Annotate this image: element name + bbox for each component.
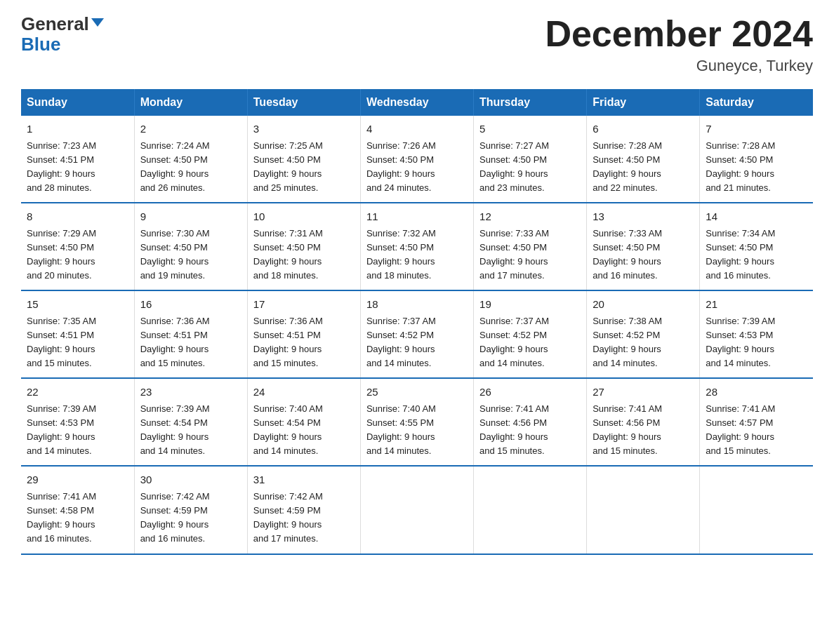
day-number: 1 [27,121,128,137]
calendar-day-cell [474,466,587,554]
calendar-day-cell: 26Sunrise: 7:41 AMSunset: 4:56 PMDayligh… [474,378,587,466]
day-number: 11 [366,209,468,225]
day-info: Sunrise: 7:31 AMSunset: 4:50 PMDaylight:… [253,228,323,281]
day-number: 3 [253,121,355,137]
calendar-day-cell: 25Sunrise: 7:40 AMSunset: 4:55 PMDayligh… [360,378,473,466]
day-number: 5 [479,121,581,137]
calendar-day-cell: 13Sunrise: 7:33 AMSunset: 4:50 PMDayligh… [587,203,700,290]
calendar-week-row: 8Sunrise: 7:29 AMSunset: 4:50 PMDaylight… [21,203,813,290]
calendar-day-cell: 1Sunrise: 7:23 AMSunset: 4:51 PMDaylight… [21,116,134,203]
day-number: 18 [366,297,468,313]
logo-general: General [21,14,104,34]
day-info: Sunrise: 7:41 AMSunset: 4:56 PMDaylight:… [479,403,549,456]
day-info: Sunrise: 7:39 AMSunset: 4:53 PMDaylight:… [27,403,96,456]
day-info: Sunrise: 7:23 AMSunset: 4:51 PMDaylight:… [27,140,96,193]
calendar-week-row: 29Sunrise: 7:41 AMSunset: 4:58 PMDayligh… [21,466,813,554]
calendar-table: Sunday Monday Tuesday Wednesday Thursday… [21,89,813,554]
calendar-day-cell: 9Sunrise: 7:30 AMSunset: 4:50 PMDaylight… [134,203,247,290]
day-info: Sunrise: 7:40 AMSunset: 4:55 PMDaylight:… [366,403,436,456]
day-number: 19 [479,297,581,313]
day-info: Sunrise: 7:24 AMSunset: 4:50 PMDaylight:… [140,140,210,193]
day-info: Sunrise: 7:41 AMSunset: 4:56 PMDaylight:… [593,403,662,456]
day-info: Sunrise: 7:33 AMSunset: 4:50 PMDaylight:… [593,228,662,281]
calendar-day-cell: 3Sunrise: 7:25 AMSunset: 4:50 PMDaylight… [247,116,360,203]
day-number: 22 [27,384,128,401]
calendar-day-cell: 23Sunrise: 7:39 AMSunset: 4:54 PMDayligh… [134,378,247,466]
day-number: 28 [706,384,807,401]
day-info: Sunrise: 7:32 AMSunset: 4:50 PMDaylight:… [366,228,436,281]
col-thursday: Thursday [474,89,587,116]
day-number: 30 [140,472,241,488]
day-number: 16 [140,297,241,313]
day-number: 2 [140,121,241,137]
title-area: December 2024 Guneyce, Turkey [545,14,813,75]
day-number: 17 [253,297,355,313]
day-number: 23 [140,384,241,401]
day-info: Sunrise: 7:29 AMSunset: 4:50 PMDaylight:… [27,228,96,281]
day-number: 27 [593,384,694,401]
day-number: 10 [253,209,355,225]
calendar-day-cell: 21Sunrise: 7:39 AMSunset: 4:53 PMDayligh… [700,290,813,378]
day-info: Sunrise: 7:36 AMSunset: 4:51 PMDaylight:… [140,316,210,368]
calendar-day-cell: 2Sunrise: 7:24 AMSunset: 4:50 PMDaylight… [134,116,247,203]
calendar-day-cell: 31Sunrise: 7:42 AMSunset: 4:59 PMDayligh… [247,466,360,554]
day-info: Sunrise: 7:36 AMSunset: 4:51 PMDaylight:… [253,316,323,368]
day-info: Sunrise: 7:37 AMSunset: 4:52 PMDaylight:… [479,316,549,368]
logo-blue: Blue [21,34,104,55]
day-info: Sunrise: 7:30 AMSunset: 4:50 PMDaylight:… [140,228,210,281]
calendar-week-row: 1Sunrise: 7:23 AMSunset: 4:51 PMDaylight… [21,116,813,203]
day-number: 29 [27,472,128,488]
day-info: Sunrise: 7:27 AMSunset: 4:50 PMDaylight:… [479,140,549,193]
day-info: Sunrise: 7:41 AMSunset: 4:57 PMDaylight:… [706,403,775,456]
day-info: Sunrise: 7:40 AMSunset: 4:54 PMDaylight:… [253,403,323,456]
day-number: 13 [593,209,694,225]
day-info: Sunrise: 7:39 AMSunset: 4:54 PMDaylight:… [140,403,210,456]
calendar-day-cell: 8Sunrise: 7:29 AMSunset: 4:50 PMDaylight… [21,203,134,290]
day-info: Sunrise: 7:39 AMSunset: 4:53 PMDaylight:… [706,316,775,368]
calendar-week-row: 15Sunrise: 7:35 AMSunset: 4:51 PMDayligh… [21,290,813,378]
day-info: Sunrise: 7:35 AMSunset: 4:51 PMDaylight:… [27,316,96,368]
day-number: 6 [593,121,694,137]
day-number: 25 [366,384,468,401]
calendar-day-cell: 24Sunrise: 7:40 AMSunset: 4:54 PMDayligh… [247,378,360,466]
calendar-day-cell: 29Sunrise: 7:41 AMSunset: 4:58 PMDayligh… [21,466,134,554]
day-number: 26 [479,384,581,401]
calendar-day-cell: 30Sunrise: 7:42 AMSunset: 4:59 PMDayligh… [134,466,247,554]
day-number: 20 [593,297,694,313]
location: Guneyce, Turkey [545,57,813,75]
day-info: Sunrise: 7:33 AMSunset: 4:50 PMDaylight:… [479,228,549,281]
calendar-day-cell [587,466,700,554]
calendar-day-cell: 6Sunrise: 7:28 AMSunset: 4:50 PMDaylight… [587,116,700,203]
calendar-day-cell: 15Sunrise: 7:35 AMSunset: 4:51 PMDayligh… [21,290,134,378]
logo-arrow-icon [91,18,104,27]
calendar-day-cell: 22Sunrise: 7:39 AMSunset: 4:53 PMDayligh… [21,378,134,466]
calendar-day-cell: 10Sunrise: 7:31 AMSunset: 4:50 PMDayligh… [247,203,360,290]
calendar-day-cell: 17Sunrise: 7:36 AMSunset: 4:51 PMDayligh… [247,290,360,378]
col-saturday: Saturday [700,89,813,116]
day-number: 9 [140,209,241,225]
day-info: Sunrise: 7:42 AMSunset: 4:59 PMDaylight:… [140,491,210,544]
day-info: Sunrise: 7:42 AMSunset: 4:59 PMDaylight:… [253,491,323,544]
day-info: Sunrise: 7:26 AMSunset: 4:50 PMDaylight:… [366,140,436,193]
day-number: 31 [253,472,355,488]
page-header: General Blue December 2024 Guneyce, Turk… [21,14,813,75]
calendar-day-cell: 27Sunrise: 7:41 AMSunset: 4:56 PMDayligh… [587,378,700,466]
calendar-day-cell: 7Sunrise: 7:28 AMSunset: 4:50 PMDaylight… [700,116,813,203]
day-info: Sunrise: 7:25 AMSunset: 4:50 PMDaylight:… [253,140,323,193]
calendar-day-cell: 4Sunrise: 7:26 AMSunset: 4:50 PMDaylight… [360,116,473,203]
col-wednesday: Wednesday [360,89,473,116]
calendar-day-cell: 18Sunrise: 7:37 AMSunset: 4:52 PMDayligh… [360,290,473,378]
day-info: Sunrise: 7:28 AMSunset: 4:50 PMDaylight:… [593,140,662,193]
calendar-day-cell: 12Sunrise: 7:33 AMSunset: 4:50 PMDayligh… [474,203,587,290]
calendar-day-cell [700,466,813,554]
col-sunday: Sunday [21,89,134,116]
day-info: Sunrise: 7:41 AMSunset: 4:58 PMDaylight:… [27,491,96,544]
day-info: Sunrise: 7:28 AMSunset: 4:50 PMDaylight:… [706,140,775,193]
calendar-day-cell: 14Sunrise: 7:34 AMSunset: 4:50 PMDayligh… [700,203,813,290]
day-number: 4 [366,121,468,137]
calendar-header-row: Sunday Monday Tuesday Wednesday Thursday… [21,89,813,116]
calendar-day-cell: 20Sunrise: 7:38 AMSunset: 4:52 PMDayligh… [587,290,700,378]
calendar-day-cell: 5Sunrise: 7:27 AMSunset: 4:50 PMDaylight… [474,116,587,203]
col-monday: Monday [134,89,247,116]
col-friday: Friday [587,89,700,116]
